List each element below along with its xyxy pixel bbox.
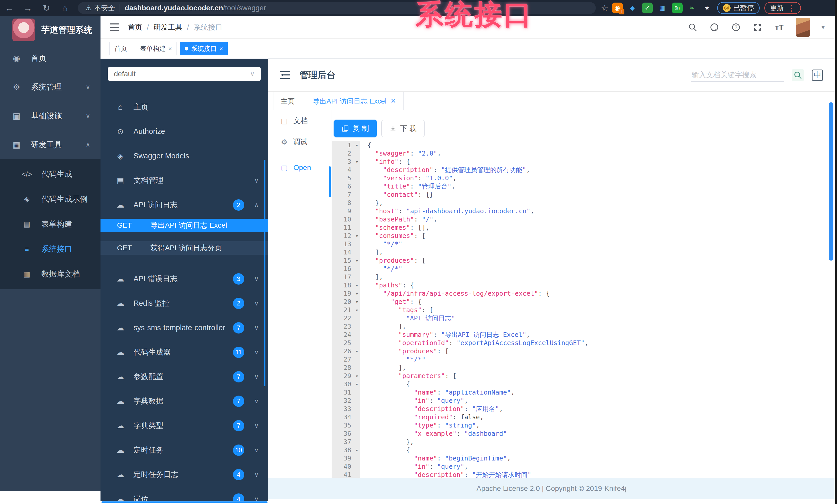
fold-arrow-icon[interactable]: ▾ bbox=[355, 141, 358, 149]
side-tab-debug[interactable]: ⚙调试 bbox=[268, 131, 331, 152]
ext-grid-icon[interactable]: ▦ bbox=[657, 3, 668, 13]
fold-arrow-icon[interactable]: ▾ bbox=[355, 380, 358, 388]
download-button[interactable]: 下 载 bbox=[381, 120, 425, 137]
api-menu-item-cron-job-log[interactable]: ☁定时任务日志4∨ bbox=[101, 462, 268, 487]
dashboard-icon: ◉ bbox=[11, 53, 22, 63]
api-endpoint-item[interactable]: GET获得API 访问日志分页 bbox=[101, 241, 268, 255]
api-menu-item-doc-mgmt[interactable]: ▤文档管理∨ bbox=[101, 168, 268, 193]
browser-update-pill[interactable]: 更新 ⋮ bbox=[764, 2, 801, 14]
code-line: 16"*/*" bbox=[332, 265, 831, 273]
tag-form-builder[interactable]: 表单构建× bbox=[135, 42, 177, 55]
fullscreen-icon[interactable] bbox=[752, 22, 763, 33]
ext-drop-icon[interactable]: ◆ bbox=[627, 3, 638, 13]
api-menu-item-param-config[interactable]: ☁参数配置7∨ bbox=[101, 365, 268, 389]
fold-arrow-icon[interactable]: ▾ bbox=[355, 446, 358, 454]
doc-side-tabs: ▤文档⚙调试▢Open bbox=[268, 110, 331, 499]
brand[interactable]: 芋道管理系统 bbox=[0, 16, 101, 44]
api-menu-item-home[interactable]: ⌂主页 bbox=[101, 95, 268, 119]
bookmark-star-icon[interactable]: ☆ bbox=[601, 3, 608, 13]
fold-arrow-icon[interactable]: ▾ bbox=[355, 372, 358, 380]
paused-extension-pill[interactable]: ☹ 已暂停 bbox=[717, 2, 760, 14]
tag-system-api[interactable]: 系统接口× bbox=[180, 42, 228, 55]
api-endpoint-item[interactable]: GET导出API 访问日志 Excel bbox=[101, 219, 268, 232]
fold-arrow-icon[interactable]: ▾ bbox=[355, 290, 358, 298]
fold-arrow-icon[interactable]: ▾ bbox=[355, 306, 358, 314]
caret-down-icon[interactable]: ▾ bbox=[821, 24, 825, 31]
side-tab-doc[interactable]: ▤文档 bbox=[268, 110, 331, 131]
api-count-badge: 4 bbox=[233, 469, 244, 480]
api-menu-item-post[interactable]: ☁岗位4∨ bbox=[101, 487, 268, 501]
not-secure-label[interactable]: 不安全 bbox=[94, 3, 115, 13]
back-icon[interactable]: ← bbox=[0, 3, 19, 13]
breadcrumb-item[interactable]: 研发工具 bbox=[154, 23, 182, 31]
ext-green-check-icon[interactable]: ✓ bbox=[642, 3, 653, 13]
code-line: 10"basePath": "/", bbox=[332, 215, 831, 224]
breadcrumb-item[interactable]: 首页 bbox=[128, 23, 142, 31]
api-menu-item-dict-data[interactable]: ☁字典数据7∨ bbox=[101, 389, 268, 413]
api-menu-item-swagger-models[interactable]: ◈Swagger Models bbox=[101, 144, 268, 168]
close-icon[interactable]: × bbox=[168, 45, 172, 52]
github-icon[interactable] bbox=[709, 22, 719, 33]
copy-button[interactable]: 复 制 bbox=[334, 120, 377, 137]
fold-arrow-icon[interactable]: ▾ bbox=[355, 232, 358, 240]
chevron-down-icon: ∨ bbox=[254, 324, 259, 332]
fold-arrow-icon[interactable]: ▾ bbox=[355, 257, 358, 265]
doc-search-input[interactable] bbox=[691, 69, 784, 82]
tag-home[interactable]: 首页 bbox=[109, 42, 132, 55]
ext-orange-icon[interactable]: ◉1 bbox=[612, 3, 623, 13]
close-icon[interactable]: ✕ bbox=[391, 97, 396, 105]
api-menu-item-sys-sms-template-controller[interactable]: ☁sys-sms-template-controller7∨ bbox=[101, 316, 268, 340]
sidebar-item-home[interactable]: ◉首页 bbox=[0, 44, 101, 73]
ext-leaf-icon[interactable]: ❧ bbox=[687, 3, 698, 13]
reload-icon[interactable]: ↻ bbox=[37, 3, 56, 13]
doc-tab-export-api-access-log-excel[interactable]: 导出API 访问日志 Excel✕ bbox=[305, 92, 404, 110]
sidebar-vertical-scrollbar[interactable] bbox=[264, 160, 265, 386]
close-icon[interactable]: × bbox=[219, 45, 223, 52]
home-icon[interactable]: ⌂ bbox=[56, 3, 74, 13]
api-group-select[interactable]: default ∨ bbox=[108, 67, 261, 81]
sidebar-item-system-api[interactable]: ≡系统接口 bbox=[0, 237, 101, 262]
api-menu-item-api-error-log[interactable]: ☁API 错误日志3∨ bbox=[101, 266, 268, 291]
doc-search-icon[interactable] bbox=[791, 69, 804, 81]
sidebar-item-dev-tools[interactable]: ▦研发工具∧ bbox=[0, 130, 101, 159]
fold-arrow-icon[interactable]: ▾ bbox=[355, 298, 358, 306]
font-size-icon[interactable]: ᴛT bbox=[774, 22, 784, 33]
hamburger-icon[interactable] bbox=[110, 23, 119, 31]
fold-arrow-icon[interactable]: ▾ bbox=[355, 347, 358, 355]
avatar[interactable] bbox=[796, 18, 810, 37]
line-number: 1▾ bbox=[332, 141, 360, 149]
ext-star-icon-glyph: ★ bbox=[704, 4, 710, 12]
sidebar-item-db-doc[interactable]: ▥数据库文档 bbox=[0, 262, 101, 287]
fold-arrow-icon[interactable]: ▾ bbox=[355, 281, 358, 290]
forward-icon[interactable]: → bbox=[19, 3, 37, 13]
language-toggle-icon[interactable]: 中 bbox=[812, 70, 823, 81]
api-menu-item-label: 代码生成器 bbox=[133, 347, 171, 357]
ext-star-icon[interactable]: ★ bbox=[702, 3, 713, 13]
code-line: 9"host": "api-dashboard.yudao.iocoder.cn… bbox=[332, 207, 831, 215]
sidebar-item-code-gen[interactable]: </>代码生成 bbox=[0, 162, 101, 187]
doc-tab-home[interactable]: 主页 bbox=[273, 92, 302, 110]
browser-menu-icon[interactable]: ⋮ bbox=[787, 4, 795, 13]
sidebar-item-code-gen-example[interactable]: ◈代码生成示例 bbox=[0, 187, 101, 212]
search-icon[interactable] bbox=[688, 22, 698, 33]
sidebar-item-label: 首页 bbox=[31, 53, 47, 63]
page-vertical-scrollbar[interactable] bbox=[829, 102, 833, 261]
api-menu-item-dict-type[interactable]: ☁字典类型7∨ bbox=[101, 413, 268, 438]
api-menu-item-redis-monitor[interactable]: ☁Redis 监控2∨ bbox=[101, 291, 268, 316]
api-count-badge: 7 bbox=[233, 371, 244, 382]
api-menu-item-api-access-log[interactable]: ☁API 访问日志2∧ bbox=[101, 193, 268, 217]
sidebar-item-infrastructure[interactable]: ▣基础设施∨ bbox=[0, 101, 101, 130]
swagger-json-editor[interactable]: 1▾{2"swagger": "2.0",3▾"info": {4"descri… bbox=[332, 141, 831, 478]
ext-6n-icon[interactable]: 6n bbox=[672, 3, 683, 13]
sidebar-item-form-builder[interactable]: ▤表单构建 bbox=[0, 212, 101, 237]
collapse-menu-icon[interactable] bbox=[280, 71, 290, 79]
help-icon[interactable]: ? bbox=[731, 22, 741, 33]
api-menu-item-authorize[interactable]: ⊙Authorize bbox=[101, 119, 268, 144]
api-menu-item-cron-job[interactable]: ☁定时任务10∨ bbox=[101, 438, 268, 462]
api-menu-item-code-generator[interactable]: ☁代码生成器11∨ bbox=[101, 340, 268, 365]
sidebar-horizontal-scrollbar[interactable] bbox=[102, 501, 267, 503]
line-number: 29▾ bbox=[332, 372, 360, 380]
side-tab-open[interactable]: ▢Open bbox=[268, 157, 331, 178]
fold-arrow-icon[interactable]: ▾ bbox=[355, 157, 358, 166]
sidebar-item-system-mgmt[interactable]: ⚙系统管理∨ bbox=[0, 73, 101, 101]
